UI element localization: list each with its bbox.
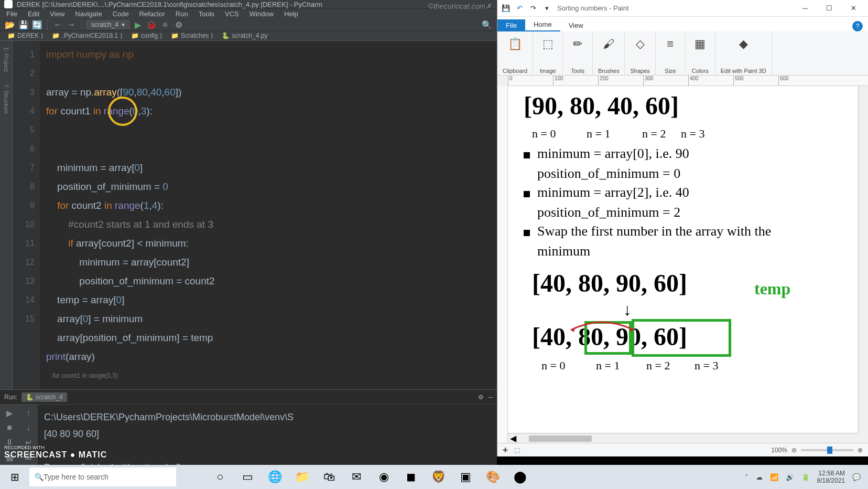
start-button[interactable]: ⊞ <box>2 465 27 489</box>
crumb-folder[interactable]: 📁.PyCharmCE2018.1⟩ <box>49 31 126 40</box>
chrome-icon[interactable]: ◉ <box>371 465 396 489</box>
gutter-line-numbers: 123 456 789 101112 131415 <box>13 41 40 389</box>
maximize-icon[interactable]: ☐ <box>818 1 841 16</box>
stop-icon[interactable]: ■ <box>4 422 15 433</box>
menu-view[interactable]: View <box>46 9 69 19</box>
minimize-icon[interactable]: ─ <box>488 394 493 401</box>
canvas-area: 0100200 300400500600 [90, 80, 40, 60] n … <box>497 76 868 443</box>
close-icon[interactable]: ✕ <box>842 1 865 16</box>
store-icon[interactable]: 🛍 <box>317 465 342 489</box>
tray-clock[interactable]: 12:58 AM8/18/2021 <box>817 470 845 484</box>
tool-window-bar: 1: Project 7: Structure <box>0 41 13 389</box>
separator <box>47 19 48 30</box>
hw-b1: minimum = array[0], i.e. 90 <box>537 146 689 162</box>
ribbon-paint3d[interactable]: ◆Edit with Paint 3D <box>715 31 772 75</box>
crumb-folder[interactable]: 📁config⟩ <box>128 31 166 40</box>
code-content[interactable]: import numpy as np array = np.array([90,… <box>40 41 497 389</box>
separator <box>81 19 82 30</box>
cursor-pos-icon: ✚ <box>503 447 508 454</box>
run-config-selector[interactable]: scratch_4 ▾ <box>86 20 130 29</box>
zoom-out-icon[interactable]: ⊖ <box>791 447 797 454</box>
paint-statusbar: ✚ ⬚ 100% ⊖ ⊕ <box>497 443 868 456</box>
sync-icon[interactable]: 🔄 <box>31 19 43 30</box>
cortana-icon[interactable]: ○ <box>208 465 233 489</box>
office-icon[interactable]: ◼ <box>398 465 424 489</box>
vertical-scrollbar[interactable] <box>859 86 868 432</box>
notifications-icon[interactable]: 💬 <box>852 473 861 481</box>
code-editor[interactable]: 123 456 789 101112 131415 import numpy a… <box>13 41 497 389</box>
fwd-icon[interactable]: → <box>66 19 77 30</box>
brave-icon[interactable]: 🦁 <box>426 465 451 489</box>
hw-idx1: n = 1 <box>587 127 610 141</box>
menu-vcs[interactable]: VCS <box>221 9 243 19</box>
ribbon-image[interactable]: ⬚Image <box>533 31 563 75</box>
menu-file[interactable]: File <box>2 9 21 19</box>
horizontal-scrollbar[interactable]: ◀ <box>508 433 859 443</box>
help-icon[interactable]: ? <box>852 21 863 31</box>
zoom-level: 100% <box>771 447 787 454</box>
ribbon-clipboard[interactable]: 📋Clipboard <box>497 31 533 75</box>
onedrive-icon[interactable]: ☁ <box>756 473 763 481</box>
hw-idx0: n = 0 <box>532 127 556 141</box>
tab-file[interactable]: File <box>497 19 525 31</box>
editor-area: 1: Project 7: Structure 123 456 789 1011… <box>0 41 497 389</box>
tab-view[interactable]: View <box>560 19 592 31</box>
ribbon-tools[interactable]: ✏Tools <box>563 31 593 75</box>
zoom-in-icon[interactable]: ⊕ <box>858 447 863 454</box>
qat-dropdown-icon[interactable]: ▾ <box>541 3 552 14</box>
debug-icon[interactable]: 🐞 <box>146 19 157 30</box>
taskview-icon[interactable]: ▭ <box>235 465 260 489</box>
pycharm-title: DEREK [C:\Users\DEREK\…\.PyCharmCE2018.1… <box>17 1 322 8</box>
stop-icon[interactable]: ■ <box>159 19 171 30</box>
wifi-icon[interactable]: 📶 <box>770 473 778 481</box>
crumb-project[interactable]: 📁DEREK⟩ <box>4 31 47 40</box>
menu-code[interactable]: Code <box>108 9 133 19</box>
edge-icon[interactable]: 🌐 <box>262 465 287 489</box>
run-tab[interactable]: 🐍 scratch_4 <box>21 392 67 402</box>
ribbon-tabs: File Home View ? <box>497 17 868 31</box>
down-icon[interactable]: ↓ <box>23 422 34 433</box>
battery-icon[interactable]: 🔋 <box>801 473 810 481</box>
menu-navigate[interactable]: Navigate <box>71 9 106 19</box>
zoom-slider[interactable] <box>801 449 853 451</box>
back-icon[interactable]: ← <box>52 19 63 30</box>
tray-chevron-icon[interactable]: ˄ <box>745 473 748 481</box>
menu-help[interactable]: Help <box>280 9 302 19</box>
search-box[interactable]: 🔍 Type here to search <box>29 467 176 486</box>
gear-icon[interactable]: ⚙ <box>478 394 484 401</box>
open-icon[interactable]: 📂 <box>4 19 16 30</box>
rerun-icon[interactable]: ▶ <box>4 408 15 418</box>
minimize-icon[interactable]: ─ <box>794 1 817 16</box>
menu-edit[interactable]: Edit <box>24 9 44 19</box>
paint-title: Sorting numbers - Paint <box>557 4 629 12</box>
redo-icon[interactable]: ↷ <box>528 3 538 14</box>
search-icon[interactable]: 🔍 <box>481 19 493 30</box>
pycharm-taskicon[interactable]: ▣ <box>453 465 478 489</box>
recorder-taskicon[interactable]: ⬤ <box>507 465 533 489</box>
ribbon-brushes[interactable]: 🖌Brushes <box>593 31 625 75</box>
run-icon[interactable]: ▶ <box>132 19 144 30</box>
undo-icon[interactable]: ↶ <box>514 3 525 14</box>
tab-home[interactable]: Home <box>525 18 560 31</box>
paint-titlebar: 💾 ↶ ↷ ▾ Sorting numbers - Paint ─ ☐ ✕ <box>497 0 868 17</box>
paint-taskicon[interactable]: 🎨 <box>480 465 505 489</box>
project-tool[interactable]: 1: Project <box>3 43 9 76</box>
crumb-file[interactable]: 🐍scratch_4.py <box>219 31 270 40</box>
paint-canvas[interactable]: [90, 80, 40, 60] n = 0 n = 1 n = 2 n = 3… <box>508 86 858 432</box>
volume-icon[interactable]: 🔊 <box>786 473 794 481</box>
menu-refactor[interactable]: Refactor <box>135 9 169 19</box>
explorer-icon[interactable]: 📁 <box>289 465 314 489</box>
save-icon[interactable]: 💾 <box>18 19 29 30</box>
crumb-folder[interactable]: 📁Scratches⟩ <box>168 31 216 40</box>
menu-window[interactable]: Window <box>245 9 278 19</box>
structure-tool[interactable]: 7: Structure <box>3 80 9 118</box>
save-icon[interactable]: 💾 <box>501 3 511 14</box>
menu-run[interactable]: Run <box>171 9 192 19</box>
menu-tools[interactable]: Tools <box>194 9 219 19</box>
mail-icon[interactable]: ✉ <box>344 465 369 489</box>
profile-icon[interactable]: ⚙ <box>173 19 185 30</box>
up-icon[interactable]: ↑ <box>23 408 34 418</box>
ribbon-shapes[interactable]: ◇Shapes <box>625 31 655 75</box>
ribbon-size[interactable]: ≡Size <box>656 31 686 75</box>
ribbon-colors[interactable]: ▦Colors <box>686 31 715 75</box>
